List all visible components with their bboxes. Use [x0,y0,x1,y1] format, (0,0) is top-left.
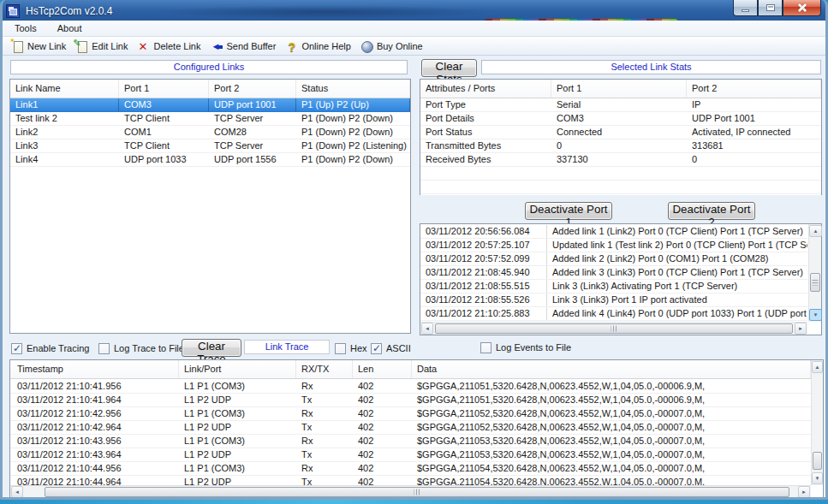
stats-cell-attr: Received Bytes [420,153,551,166]
trace-row[interactable]: 03/11/2012 21:10:42.964L1 P2 UDPTx402$GP… [10,421,811,435]
enable-tracing-checkbox[interactable]: Enable Tracing [11,342,89,354]
delete-link-icon [137,40,150,52]
titlebar-reflection [154,5,497,19]
events-hscroll-thumb[interactable] [435,323,793,334]
trace-row[interactable]: 03/11/2012 21:10:41.964L1 P2 UDPTx402$GP… [10,394,811,407]
titlebar[interactable]: HsTcp2Com v2.0.4 [0,0,828,23]
delete-link-button[interactable]: Delete Link [134,39,206,54]
stats-row[interactable]: Transmitted Bytes0313681 [420,139,821,153]
event-row[interactable]: 03/11/2012 20:57:52.099Added link 2 (Lin… [420,252,807,266]
trace-hscroll-thumb[interactable] [45,487,789,497]
event-row[interactable]: 03/11/2012 20:56:56.084Added link 1 (Lin… [420,225,807,239]
link-cell-status: P1 (Down) P2 (Down) [296,126,410,139]
scroll-right-icon[interactable]: ► [798,486,810,498]
event-text: Link 3 (Link3) Port 1 IP port activated [547,294,807,306]
hex-checkbox[interactable]: Hex [335,342,367,354]
scroll-up-icon[interactable]: ▲ [812,361,823,373]
scroll-right-icon[interactable]: ► [795,323,807,335]
link-row[interactable]: Link3TCP ClientTCP ServerP1 (Down) P2 (L… [10,139,410,153]
trace-row[interactable]: 03/11/2012 21:10:44.964L1 P2 UDPTx402$GP… [10,476,811,485]
events-vertical-scrollbar[interactable]: ▲ ▼ [808,224,821,322]
clear-trace-button[interactable]: Clear Trace [182,339,241,357]
column-header-port2[interactable]: Port 2 [209,80,296,98]
trace-cell-rxtx: Rx [296,462,353,475]
menu-about[interactable]: About [54,22,86,34]
maximize-button[interactable] [758,0,783,16]
link-row[interactable]: Link2COM1COM28P1 (Down) P2 (Down) [10,126,410,139]
trace-horizontal-scrollbar[interactable]: ◄ ► [10,485,811,498]
link-stats-table-header: Attributes / Ports Port 1 Port 2 [420,80,821,98]
checkbox-checked-icon [11,343,22,354]
column-header-data[interactable]: Data [412,360,811,378]
column-header-len[interactable]: Len [353,360,412,378]
configured-links-table-header: Link Name Port 1 Port 2 Status [10,80,410,98]
link-row[interactable]: Link1COM3UDP port 1001P1 (Up) P2 (Up) [10,98,410,112]
log-events-to-file-checkbox[interactable]: Log Events to File [480,341,571,353]
edit-link-button[interactable]: Edit Link [72,39,134,54]
new-link-button[interactable]: New Link [8,39,72,54]
trace-row[interactable]: 03/11/2012 21:10:43.964L1 P2 UDPTx402$GP… [10,448,811,462]
trace-cell-timestamp: 03/11/2012 21:10:42.964 [10,421,179,434]
online-help-button[interactable]: Online Help [282,39,356,54]
link-row[interactable]: Link4UDP port 1033UDP port 1556P1 (Down)… [10,153,410,167]
window-title: HsTcp2Com v2.0.4 [26,5,112,17]
trace-cell-data: $GPGGA,211051,5320.6428,N,00623.4552,W,1… [412,380,811,393]
menu-tools[interactable]: Tools [11,22,40,34]
link-row[interactable]: Test link 2TCP ClientTCP ServerP1 (Down)… [10,112,410,126]
column-header-stats-port1[interactable]: Port 1 [551,80,687,98]
events-scroll-thumb[interactable] [810,273,820,292]
stats-row[interactable]: Port DetailsCOM3UDP Port 1001 [420,112,821,126]
deactivate-port1-button[interactable]: Deactivate Port 1 [525,202,612,220]
column-header-linkport[interactable]: Link/Port [179,360,296,378]
scroll-down-icon[interactable]: ▼ [812,472,823,484]
event-text: Added link 4 (Link4) Port 0 (UDP port 10… [547,307,807,320]
window-controls [733,0,821,16]
hex-label: Hex [350,343,367,353]
trace-row[interactable]: 03/11/2012 21:10:44.956L1 P1 (COM3)Rx402… [10,462,811,476]
link-cell-status: P1 (Down) P2 (Down) [296,153,410,166]
link-cell-port1: TCP Client [119,139,209,152]
scroll-left-icon[interactable]: ◄ [11,486,23,498]
minimize-button[interactable] [733,0,758,16]
log-trace-to-file-checkbox[interactable]: Log Trace to File [98,342,184,354]
minimize-icon [742,9,749,12]
scroll-up-icon[interactable]: ▲ [809,225,822,237]
link-cell-port1: UDP port 1033 [119,153,209,166]
link-stats-table: Attributes / Ports Port 1 Port 2 Port Ty… [420,79,822,195]
events-list-body: 03/11/2012 20:56:56.084Added link 1 (Lin… [420,225,807,322]
trace-row[interactable]: 03/11/2012 21:10:41.956L1 P1 (COM3)Rx402… [10,380,811,394]
trace-row[interactable]: 03/11/2012 21:10:43.956L1 P1 (COM3)Rx402… [10,435,811,448]
event-row[interactable]: 03/11/2012 20:57:25.107Updated link 1 (T… [420,239,807,252]
column-header-timestamp[interactable]: Timestamp [10,360,179,378]
stats-row[interactable]: Port TypeSerialIP [420,98,821,112]
column-header-stats-port2[interactable]: Port 2 [687,80,821,98]
column-header-status[interactable]: Status [296,80,410,98]
column-header-rxtx[interactable]: RX/TX [296,360,353,378]
buy-online-button[interactable]: Buy Online [357,39,429,54]
column-header-link-name[interactable]: Link Name [10,80,119,98]
column-header-port1[interactable]: Port 1 [119,80,209,98]
trace-cell-timestamp: 03/11/2012 21:10:43.956 [10,435,179,448]
close-button[interactable] [783,0,821,16]
event-row[interactable]: 03/11/2012 21:10:25.883Added link 4 (Lin… [420,307,807,321]
events-list: 03/11/2012 20:56:56.084Added link 1 (Lin… [420,223,822,335]
trace-scroll-thumb[interactable] [813,452,822,470]
column-header-attributes[interactable]: Attributes / Ports [420,80,551,98]
stats-row[interactable]: Received Bytes3371300 [420,153,821,167]
event-row[interactable]: 03/11/2012 21:08:55.526Link 3 (Link3) Po… [420,294,807,307]
trace-cell-linkport: L1 P2 UDP [179,476,296,485]
scroll-down-icon[interactable]: ▼ [809,309,822,321]
deactivate-port2-button[interactable]: Deactivate Port 2 [668,202,755,220]
clear-stats-button[interactable]: Clear Stats [421,59,477,77]
events-horizontal-scrollbar[interactable]: ◄ ► [420,322,807,335]
send-buffer-button[interactable]: Send Buffer [207,39,283,54]
event-time: 03/11/2012 21:08:55.515 [420,280,547,293]
ascii-checkbox[interactable]: ASCII [371,342,411,354]
event-row[interactable]: 03/11/2012 21:08:55.515Link 3 (Link3) Ac… [420,280,807,294]
event-row[interactable]: 03/11/2012 21:08:45.940Added link 3 (Lin… [420,266,807,280]
scroll-left-icon[interactable]: ◄ [421,323,433,335]
trace-vertical-scrollbar[interactable]: ▲ ▼ [811,360,823,485]
stats-row[interactable]: Port StatusConnectedActivated, IP connec… [420,126,821,139]
trace-row[interactable]: 03/11/2012 21:10:42.956L1 P1 (COM3)Rx402… [10,407,811,421]
online-help-label: Online Help [301,41,350,51]
